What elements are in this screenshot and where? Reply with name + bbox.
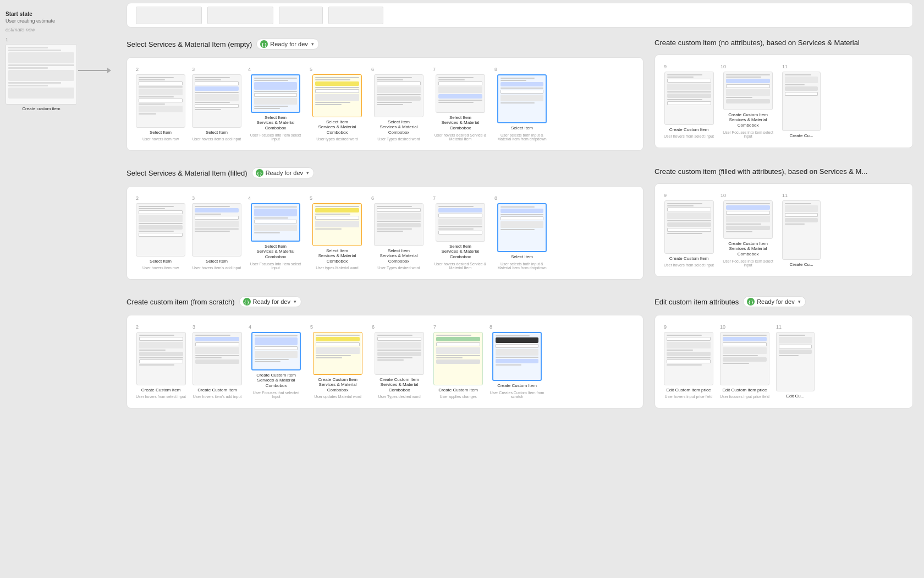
status-badge-select-empty[interactable]: { } Ready for dev ▾ (256, 39, 318, 50)
frame-card-4b[interactable]: 4 Select ItemServices & Materi (248, 195, 303, 270)
partial-frame-c (279, 7, 323, 24)
frame-card-5c[interactable]: 5 Create Custom ItemServices & (310, 324, 365, 399)
status-icon-create-scratch: { } (243, 298, 251, 306)
frame-preview-2c (136, 332, 186, 385)
frame-card-4a[interactable]: 4 (248, 67, 303, 141)
frame-card-5b[interactable]: 5 Select ItemServices & Materi (310, 195, 365, 270)
frame-preview-11a (782, 72, 821, 131)
frame-preview-3b (192, 203, 241, 257)
frame-card-7a[interactable]: 7 Select Item (433, 67, 488, 141)
frame-card-9c[interactable]: 9 (664, 324, 713, 399)
frame-card-10b[interactable]: 10 Create Cus (721, 193, 776, 268)
section-select-empty: Select Services & Material Item (empty) … (127, 39, 644, 151)
frame-preview-9b (664, 200, 714, 254)
section-create-filled-attrs: Create custom item (filled with attribut… (654, 167, 913, 280)
frame-card-4c[interactable]: 4 Create Custom ItemServices & (249, 324, 304, 399)
status-badge-edit-attrs[interactable]: { } Ready for dev ▾ (743, 296, 805, 307)
frame-preview-3c (193, 332, 242, 385)
row-2: Select Services & Material Item (filled)… (127, 167, 913, 280)
section-create-scratch: Create custom item (from scratch) { } Re… (127, 296, 644, 408)
frame-card-10a[interactable]: 10 Create Cus (721, 64, 776, 139)
frame-card-3a[interactable]: 3 (192, 67, 241, 141)
status-text-edit-attrs: Ready for dev (757, 298, 794, 305)
frame-card-2a[interactable]: 2 (136, 67, 185, 141)
frame-preview-5b (312, 203, 362, 246)
section-header-edit-attrs: Edit custom item attributes { } Ready fo… (654, 296, 913, 307)
status-icon-select-empty: { } (260, 40, 268, 48)
frame-preview-5a (312, 74, 362, 117)
frame-card-11b[interactable]: 11 Create Cu... (782, 193, 821, 268)
frame-preview-6b (374, 203, 424, 246)
frame-preview-11b (782, 200, 821, 260)
frame-preview-8b (497, 203, 547, 252)
chevron-select-filled: ▾ (306, 170, 309, 176)
frame-card-5a[interactable]: 5 (310, 67, 365, 141)
top-partial-row (127, 3, 913, 28)
section-title-create-scratch: Create custom item (from scratch) (127, 298, 235, 306)
frame-preview-6a (374, 74, 424, 117)
row-1: Select Services & Material Item (empty) … (127, 39, 913, 151)
start-state-sublabel: User creating estimate (6, 18, 55, 24)
frame-preview-11c (776, 332, 815, 391)
frame-thumb-1[interactable] (6, 44, 77, 105)
frame-preview-3a (192, 74, 241, 128)
section-title-create-no-attrs: Create custom item (no attributes), base… (654, 39, 860, 47)
frame-card-8c[interactable]: 8 Create Cust (490, 324, 544, 399)
frame-number-1: 1 (6, 37, 8, 42)
frame-card-8a[interactable]: 8 Select Item (494, 67, 549, 141)
section-title-select-empty: Select Services & Material Item (empty) (127, 40, 252, 48)
frame-card-11c[interactable]: 11 Edit Cu... (776, 324, 815, 399)
frame-preview-10c (720, 332, 769, 385)
frame-preview-5c (313, 332, 362, 375)
left-panel: Start state User creating estimate estim… (0, 0, 116, 578)
frame-preview-10b (723, 200, 773, 239)
frame-preview-4c (251, 332, 301, 370)
start-state-label: Start state (6, 11, 32, 17)
frame-card-3b[interactable]: 3 Select Item (192, 195, 241, 270)
frame-card-9b[interactable]: 9 (664, 193, 714, 268)
status-badge-select-filled[interactable]: { } Ready for dev ▾ (252, 167, 314, 178)
chevron-create-scratch: ▾ (294, 299, 296, 304)
section-edit-attrs: Edit custom item attributes { } Ready fo… (654, 296, 913, 408)
frame-card-6a[interactable]: 6 (371, 67, 426, 141)
app-title: estimate-new (6, 27, 35, 32)
frame-card-2c[interactable]: 2 (136, 324, 186, 399)
frame-card-9a[interactable]: 9 (664, 64, 714, 139)
row-3: Create custom item (from scratch) { } Re… (127, 296, 913, 408)
frame-card-8b[interactable]: 8 Select Item User (494, 195, 549, 270)
status-text-select-empty: Ready for dev (270, 41, 307, 47)
status-badge-create-scratch[interactable]: { } Ready for dev ▾ (239, 296, 301, 307)
connector-arrow (78, 70, 108, 71)
frame-card-3c[interactable]: 3 Create Cust (193, 324, 242, 399)
section-header-create-no-attrs: Create custom item (no attributes), base… (654, 39, 913, 47)
frame-card-7b[interactable]: 7 Select Item (433, 195, 488, 270)
section-select-filled: Select Services & Material Item (filled)… (127, 167, 644, 280)
partial-frame-a (136, 7, 202, 24)
frame-preview-4a (251, 74, 300, 113)
partial-frame-d (328, 7, 383, 24)
section-create-no-attrs: Create custom item (no attributes), base… (654, 39, 913, 151)
main-content[interactable]: Select Services & Material Item (empty) … (116, 0, 924, 578)
frame-card-2b[interactable]: 2 (136, 195, 185, 270)
frame-card-7c[interactable]: 7 Create Cust (433, 324, 483, 399)
section-header-select-filled: Select Services & Material Item (filled)… (127, 167, 644, 178)
status-chevron-select-empty: ▾ (311, 41, 314, 47)
frame-preview-2a (136, 74, 185, 128)
frames-select-empty: 2 (127, 57, 644, 151)
canvas: Start state User creating estimate estim… (0, 0, 924, 578)
frame-preview-7c (433, 332, 483, 385)
frame-preview-9a (664, 72, 714, 125)
frame-card-6b[interactable]: 6 Select Item (371, 195, 426, 270)
frame-card-11a[interactable]: 11 Create Cu... (782, 64, 821, 139)
section-header-create-scratch: Create custom item (from scratch) { } Re… (127, 296, 644, 307)
frame-card-6c[interactable]: 6 Create Cust (372, 324, 427, 399)
section-title-select-filled: Select Services & Material Item (filled) (127, 169, 248, 177)
frames-create-filled: 9 (654, 183, 913, 277)
status-text-create-scratch: Ready for dev (253, 298, 290, 305)
section-title-edit-attrs: Edit custom item attributes (654, 298, 739, 306)
status-icon-select-filled: { } (256, 169, 263, 177)
frames-create-no-attrs: 9 (654, 54, 913, 148)
frame-card-10c[interactable]: 10 Edit Custo (720, 324, 769, 399)
chevron-edit-attrs: ▾ (798, 299, 801, 304)
section-title-create-filled: Create custom item (filled with attribut… (654, 167, 867, 176)
